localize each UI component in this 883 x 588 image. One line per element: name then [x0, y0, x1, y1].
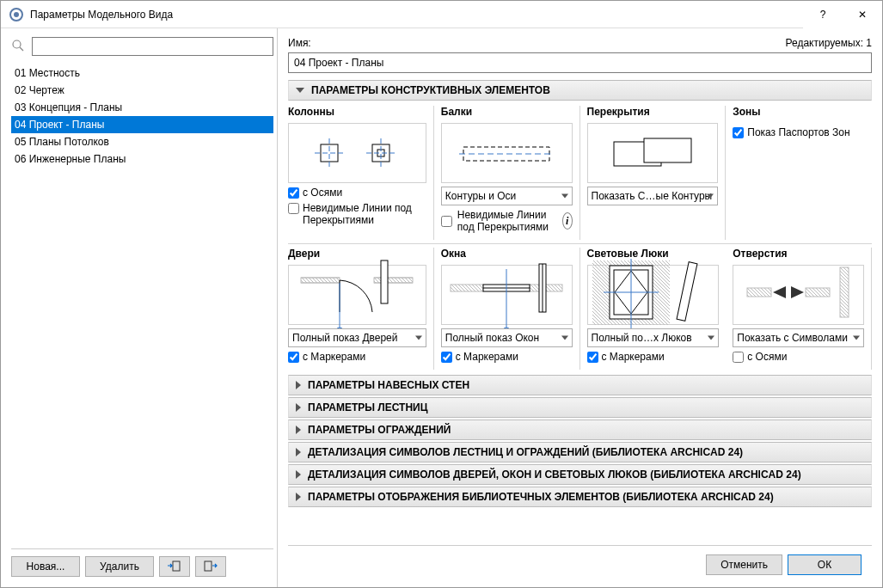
search-icon: [11, 39, 27, 54]
section-title: ПАРАМЕТРЫ ОГРАЖДЕНИЙ: [308, 424, 451, 436]
slabs-title: Перекрытия: [587, 106, 719, 118]
doors-markers-check[interactable]: [288, 352, 299, 363]
section-title: ДЕТАЛИЗАЦИЯ СИМВОЛОВ ДВЕРЕЙ, ОКОН И СВЕТ…: [308, 469, 801, 481]
beams-hidden-check[interactable]: [441, 216, 452, 227]
svg-line-1: [20, 47, 23, 51]
chevron-right-icon: [296, 403, 301, 412]
zones-title: Зоны: [733, 106, 865, 118]
svg-rect-45: [806, 288, 830, 297]
list-item[interactable]: 02 Чертеж: [11, 82, 273, 99]
list-item[interactable]: 03 Концепция - Планы: [11, 99, 273, 116]
skylights-cell: Световые Люки Полный п: [580, 248, 727, 370]
svg-rect-27: [451, 285, 483, 291]
close-button[interactable]: ✕: [843, 1, 882, 28]
section-title: ПАРАМЕТРЫ ОТОБРАЖЕНИЯ БИБЛИОТЕЧНЫХ ЭЛЕМЕ…: [308, 491, 774, 503]
doors-preview: [288, 265, 426, 325]
section-header-collapsed[interactable]: ДЕТАЛИЗАЦИЯ СИМВОЛОВ ДВЕРЕЙ, ОКОН И СВЕТ…: [288, 464, 872, 485]
svg-marker-47: [791, 286, 804, 298]
beams-hidden-label: Невидимые Линии под Перекрытиями: [457, 209, 557, 233]
svg-rect-48: [840, 267, 849, 317]
windows-markers-check[interactable]: [441, 352, 452, 363]
new-button[interactable]: Новая...: [11, 556, 80, 577]
section-header-collapsed[interactable]: ПАРАМЕТРЫ ОТОБРАЖЕНИЯ БИБЛИОТЕЧНЫХ ЭЛЕМЕ…: [288, 487, 872, 507]
chevron-right-icon: [296, 493, 301, 501]
openings-axes-label: с Осями: [747, 351, 787, 363]
section-title: ПАРАМЕТРЫ КОНСТРУКТИВНЫХ ЭЛЕМЕНТОВ: [311, 84, 550, 96]
chevron-down-icon: [707, 194, 714, 199]
view-list[interactable]: 01 Местность02 Чертеж03 Концепция - План…: [11, 64, 273, 545]
chevron-down-icon: [561, 336, 568, 340]
chevron-down-icon: [415, 336, 422, 340]
chevron-right-icon: [296, 426, 301, 434]
columns-axes-check[interactable]: [288, 187, 299, 199]
chevron-right-icon: [296, 470, 301, 479]
chevron-down-icon: [708, 336, 714, 340]
export-button[interactable]: [195, 556, 226, 577]
skylights-preview: [587, 265, 720, 325]
section-structural-elements[interactable]: ПАРАМЕТРЫ КОНСТРУКТИВНЫХ ЭЛЕМЕНТОВ: [288, 80, 872, 101]
svg-marker-46: [773, 286, 786, 298]
section-header-collapsed[interactable]: ДЕТАЛИЗАЦИЯ СИМВОЛОВ ЛЕСТНИЦ И ОГРАЖДЕНИ…: [288, 442, 872, 462]
slabs-preview: [587, 123, 719, 183]
title-bar: Параметры Модельного Вида ? ✕: [1, 1, 882, 28]
chevron-down-icon: [561, 194, 568, 199]
section-header-collapsed[interactable]: ПАРАМЕТРЫ ОГРАЖДЕНИЙ: [288, 420, 872, 440]
windows-preview: [441, 265, 573, 325]
beams-combo[interactable]: Контуры и Оси: [441, 187, 573, 205]
svg-rect-2: [173, 561, 180, 571]
name-input[interactable]: [288, 52, 872, 73]
list-item[interactable]: 04 Проект - Планы: [11, 116, 273, 133]
main-panel: Имя: Редактируемых: 1 ПАРАМЕТРЫ КОНСТРУК…: [278, 28, 882, 587]
info-button[interactable]: i: [562, 212, 573, 230]
list-item[interactable]: 01 Местность: [11, 64, 273, 82]
chevron-right-icon: [296, 448, 301, 456]
cancel-button[interactable]: Отменить: [706, 554, 782, 575]
section-header-collapsed[interactable]: ПАРАМЕТРЫ ЛЕСТНИЦ: [288, 397, 872, 418]
skylights-combo[interactable]: Полный по…х Люков: [587, 328, 720, 347]
beams-title: Балки: [441, 106, 573, 118]
svg-rect-14: [644, 138, 691, 162]
columns-title: Колонны: [288, 106, 426, 118]
slabs-cell: Перекрытия Показать С…ые Контуры: [580, 106, 727, 240]
window-title: Параметры Модельного Вида: [30, 9, 803, 21]
openings-axes-check[interactable]: [733, 352, 744, 363]
skylights-markers-label: с Маркерами: [602, 351, 665, 363]
windows-cell: Окна По: [434, 248, 580, 370]
beams-preview: [441, 123, 573, 183]
sidebar: 01 Местность02 Чертеж03 Концепция - План…: [1, 28, 278, 587]
columns-cell: Колонны с Осями Невидимые Л: [288, 106, 434, 240]
name-label: Имя:: [288, 37, 311, 49]
chevron-right-icon: [296, 381, 301, 389]
zones-cell: Зоны Показ Паспортов Зон: [726, 106, 872, 240]
beams-cell: Балки Контуры и Оси Невидимые Линии под …: [434, 106, 580, 240]
slabs-combo[interactable]: Показать С…ые Контуры: [587, 187, 719, 205]
search-input[interactable]: [32, 37, 273, 56]
import-button[interactable]: [159, 556, 190, 577]
doors-cell: Двери: [288, 248, 434, 370]
section-title: ДЕТАЛИЗАЦИЯ СИМВОЛОВ ЛЕСТНИЦ И ОГРАЖДЕНИ…: [308, 446, 743, 458]
svg-point-0: [13, 40, 21, 48]
ok-button[interactable]: ОК: [788, 554, 862, 575]
windows-combo[interactable]: Полный показ Окон: [441, 328, 573, 347]
columns-hidden-check[interactable]: [288, 203, 299, 214]
list-item[interactable]: 06 Инженерные Планы: [11, 150, 273, 168]
skylights-markers-check[interactable]: [587, 352, 598, 363]
doors-combo[interactable]: Полный показ Дверей: [288, 328, 426, 347]
list-item[interactable]: 05 Планы Потолков: [11, 133, 273, 150]
chevron-down-icon: [853, 336, 860, 340]
section-title: ПАРАМЕТРЫ ЛЕСТНИЦ: [308, 401, 428, 413]
doors-markers-label: с Маркерами: [303, 351, 365, 363]
openings-cell: Отверстия Показать с Символами с Осями: [726, 248, 872, 370]
svg-rect-3: [205, 561, 212, 571]
columns-preview: [288, 123, 426, 183]
svg-rect-44: [747, 288, 771, 297]
section-header-collapsed[interactable]: ПАРАМЕТРЫ НАВЕСНЫХ СТЕН: [288, 375, 872, 395]
zones-passport-check[interactable]: [733, 127, 744, 138]
svg-rect-21: [374, 278, 413, 283]
zones-passport-label: Показ Паспортов Зон: [747, 126, 849, 138]
svg-rect-42: [677, 262, 697, 322]
delete-button[interactable]: Удалить: [85, 556, 154, 577]
help-button[interactable]: ?: [803, 1, 843, 28]
app-icon: [9, 8, 23, 21]
openings-combo[interactable]: Показать с Символами: [733, 328, 864, 347]
